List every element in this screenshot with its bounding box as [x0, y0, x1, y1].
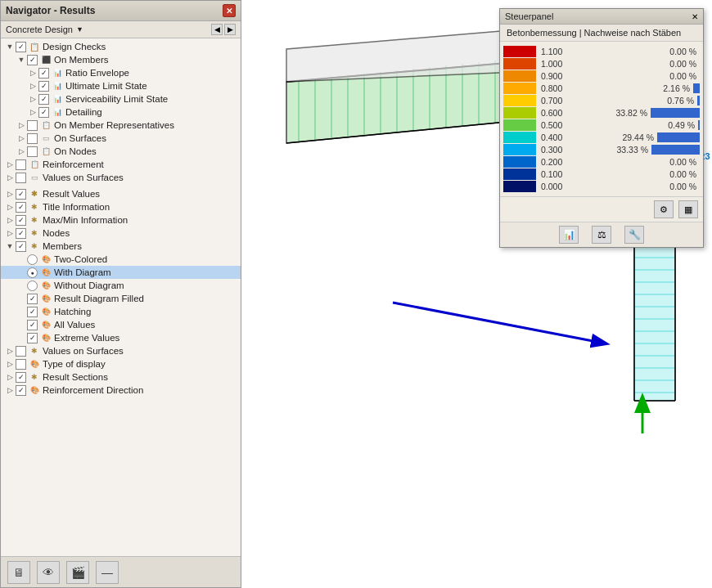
expand-on-member-reps[interactable]: ▷ [16, 119, 27, 131]
tree-item-with-diagram[interactable]: 🎨 With Diagram [1, 266, 241, 279]
radio-two-colored[interactable] [27, 254, 38, 265]
checkbox-ultimate[interactable] [38, 81, 49, 92]
nav-back-arrow[interactable]: ◀ [211, 24, 223, 35]
legend-color-swatch [503, 119, 536, 131]
label-reinforcement-dir: Reinforcement Direction [43, 385, 143, 395]
checkbox-hatching[interactable] [27, 307, 38, 317]
tree-item-title-info[interactable]: ▷ ✱ Title Information [1, 200, 241, 213]
steuerpanel-table-button[interactable]: ▦ [678, 200, 698, 218]
expand-on-members[interactable]: ▼ [16, 54, 27, 65]
checkbox-values-surfaces1[interactable] [16, 173, 26, 183]
nav-forward-arrow[interactable]: ▶ [224, 24, 236, 35]
expand-reinforcement-dir[interactable]: ▷ [4, 384, 16, 396]
tree-item-members[interactable]: ▼ ✱ Members [1, 240, 241, 253]
nav-dash-button[interactable]: — [96, 561, 119, 584]
nav-display-button[interactable]: 🖥 [7, 561, 30, 584]
expand-ratio-envelope[interactable]: ▷ [27, 67, 38, 79]
expand-type-display[interactable]: ▷ [4, 358, 16, 370]
expand-members[interactable]: ▼ [4, 240, 16, 252]
steuerpanel-tool-button[interactable]: 🔧 [624, 226, 644, 244]
checkbox-nodes[interactable] [16, 228, 26, 239]
radio-without-diagram[interactable] [27, 281, 38, 291]
tree-item-reinforcement[interactable]: ▷ 📋 Reinforcement [1, 158, 241, 171]
nav-view-button[interactable]: 👁 [37, 561, 60, 584]
checkbox-reinforcement[interactable] [16, 159, 26, 170]
tree-item-design-checks[interactable]: ▼ 📋 Design Checks [1, 40, 241, 53]
expand-two-colored [16, 254, 27, 265]
legend-row: 0.7000.76 % [503, 95, 700, 106]
checkbox-on-member-reps[interactable] [27, 120, 38, 131]
tree-item-serviceability[interactable]: ▷ 📊 Serviceability Limit State [1, 92, 241, 105]
expand-ultimate[interactable]: ▷ [27, 80, 38, 92]
checkbox-serviceability[interactable] [38, 94, 49, 105]
steuerpanel-chart-button[interactable]: 📊 [559, 226, 579, 244]
tree-item-values-surfaces1[interactable]: ▷ ▭ Values on Surfaces [1, 171, 241, 184]
checkbox-maxmin[interactable] [16, 215, 26, 226]
legend-color-swatch [503, 95, 536, 106]
checkbox-on-surfaces[interactable] [27, 133, 38, 144]
steuerpanel-balance-button[interactable]: ⚖ [592, 226, 611, 244]
tree-item-maxmin[interactable]: ▷ ✱ Max/Min Information [1, 213, 241, 227]
checkbox-members[interactable] [16, 241, 26, 252]
steuerpanel-settings-button[interactable]: ⚙ [654, 200, 674, 218]
checkbox-on-members[interactable] [27, 55, 38, 65]
tree-item-reinforcement-dir[interactable]: ▷ 🎨 Reinforcement Direction [1, 384, 241, 397]
checkbox-detailing[interactable] [38, 107, 49, 118]
steuerpanel-close-button[interactable]: ✕ [692, 12, 698, 21]
expand-values-surfaces2[interactable]: ▷ [4, 345, 16, 357]
nav-camera-button[interactable]: 🎬 [66, 561, 89, 584]
tree-item-type-display[interactable]: ▷ 🎨 Type of display [1, 357, 241, 370]
expand-title-info[interactable]: ▷ [4, 201, 16, 213]
legend-row: 0.60033.82 % [503, 107, 700, 119]
expand-detailing[interactable]: ▷ [27, 106, 38, 118]
label-values-surfaces2: Values on Surfaces [43, 346, 124, 356]
tree-item-on-surfaces[interactable]: ▷ ▭ On Surfaces [1, 132, 241, 145]
expand-result-sections[interactable]: ▷ [4, 371, 16, 383]
checkbox-result-diagram-filled[interactable] [27, 294, 38, 304]
checkbox-values-surfaces2[interactable] [16, 346, 26, 357]
expand-result-values[interactable]: ▷ [4, 188, 16, 200]
tree-item-detailing[interactable]: ▷ 📊 Detailing [1, 105, 241, 119]
checkbox-result-values[interactable] [16, 189, 26, 200]
expand-reinforcement[interactable]: ▷ [4, 159, 16, 170]
nav-close-button[interactable]: ✕ [223, 4, 236, 17]
tree-item-on-members[interactable]: ▼ ⬛ On Members [1, 53, 241, 66]
tree-item-result-sections[interactable]: ▷ ✱ Result Sections [1, 370, 241, 384]
expand-values-surfaces1[interactable]: ▷ [4, 172, 16, 183]
expand-on-surfaces[interactable]: ▷ [16, 132, 27, 144]
legend-color-swatch [503, 70, 536, 82]
tree-item-result-diagram-filled[interactable]: 🎨 Result Diagram Filled [1, 292, 241, 305]
tree-item-hatching[interactable]: 🎨 Hatching [1, 305, 241, 318]
legend-color-swatch [503, 144, 536, 155]
checkbox-result-sections[interactable] [16, 372, 26, 383]
tree-item-all-values[interactable]: 🎨 All Values [1, 318, 241, 331]
tree-item-values-surfaces2[interactable]: ▷ ✱ Values on Surfaces [1, 344, 241, 357]
expand-serviceability[interactable]: ▷ [27, 93, 38, 105]
expand-design-checks[interactable]: ▼ [4, 41, 16, 52]
radio-with-diagram[interactable] [27, 267, 38, 278]
tree-item-on-member-reps[interactable]: ▷ 📋 On Member Representatives [1, 119, 241, 132]
values-surfaces-icon: ▭ [28, 172, 41, 183]
nav-dropdown[interactable]: Concrete Design ▼ [6, 25, 83, 34]
tree-item-two-colored[interactable]: 🎨 Two-Colored [1, 253, 241, 266]
tree-item-extreme-values[interactable]: 🎨 Extreme Values [1, 331, 241, 344]
expand-on-nodes[interactable]: ▷ [16, 146, 27, 157]
expand-maxmin[interactable]: ▷ [4, 214, 16, 226]
checkbox-title-info[interactable] [16, 202, 26, 213]
design-checks-icon: 📋 [28, 41, 41, 52]
tree-item-on-nodes[interactable]: ▷ 📋 On Nodes [1, 145, 241, 158]
tree-item-without-diagram[interactable]: 🎨 Without Diagram [1, 279, 241, 292]
checkbox-reinforcement-dir[interactable] [16, 385, 26, 396]
checkbox-extreme-values[interactable] [27, 333, 38, 343]
checkbox-design-checks[interactable] [16, 42, 26, 52]
checkbox-type-display[interactable] [16, 359, 26, 370]
checkbox-ratio-envelope[interactable] [38, 68, 49, 79]
tree-item-nodes[interactable]: ▷ ✱ Nodes [1, 227, 241, 240]
tree-item-result-values[interactable]: ▷ ✱ Result Values [1, 187, 241, 200]
expand-nodes[interactable]: ▷ [4, 227, 16, 239]
checkbox-on-nodes[interactable] [27, 146, 38, 157]
tree-item-ratio-envelope[interactable]: ▷ 📊 Ratio Envelope [1, 66, 241, 79]
values-surfaces2-icon: ✱ [28, 345, 41, 357]
checkbox-all-values[interactable] [27, 320, 38, 330]
tree-item-ultimate[interactable]: ▷ 📊 Ultimate Limit State [1, 79, 241, 92]
